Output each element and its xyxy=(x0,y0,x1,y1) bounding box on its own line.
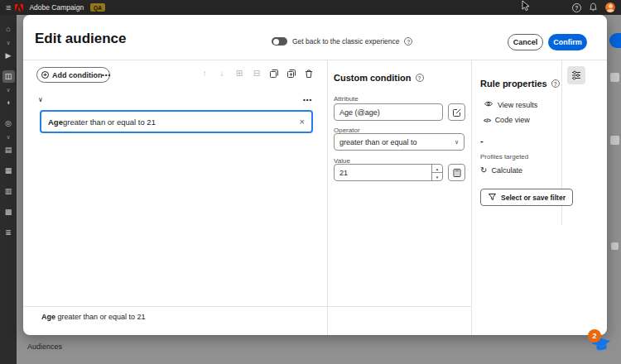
chevron-down-icon[interactable]: ∨ xyxy=(2,40,15,46)
topbar-actions: ? xyxy=(572,0,615,15)
notification-count-badge[interactable]: 2 xyxy=(588,329,601,342)
help-icon[interactable]: ? xyxy=(572,3,581,12)
deliveries-icon[interactable]: ▶ xyxy=(2,50,15,62)
add-condition-button[interactable]: + Add condition xyxy=(36,67,110,83)
plus-icon: + xyxy=(41,71,49,79)
operator-selected-value: greater than or equal to xyxy=(339,138,417,146)
rule-properties-heading: Rule properties ? xyxy=(480,79,560,89)
calculate-button[interactable]: ↻ Calculate xyxy=(480,166,522,175)
custom-condition-heading: Custom condition ? xyxy=(334,73,424,83)
stepper-up-icon[interactable]: ▴ xyxy=(432,165,442,173)
lists-icon[interactable]: ▤ xyxy=(2,144,15,156)
background-page-icon xyxy=(611,242,619,250)
background-create-button-fragment xyxy=(609,33,621,48)
ungroup-condition-icon[interactable]: ⊟ xyxy=(251,68,262,79)
attribute-input[interactable] xyxy=(334,103,443,121)
panel-divider xyxy=(471,60,472,335)
info-icon[interactable]: ? xyxy=(404,37,412,46)
hamburger-menu-icon[interactable]: ≡ xyxy=(6,3,11,12)
notifications-bell-icon[interactable] xyxy=(589,0,598,15)
expression-editor-button[interactable] xyxy=(448,164,465,181)
move-down-icon[interactable]: ↓ xyxy=(216,68,228,79)
rule-summary-text: Age greater than or equal to 21 xyxy=(41,313,146,321)
info-icon[interactable]: ? xyxy=(551,79,560,88)
select-or-save-filter-button[interactable]: Select or save filter xyxy=(480,189,573,206)
code-view-button[interactable]: </> Code view xyxy=(484,116,530,124)
summary-divider xyxy=(23,306,471,307)
value-stepper: ▴ ▾ xyxy=(431,165,442,180)
chevron-down-icon: ∨ xyxy=(455,139,459,146)
condition-toolbar: ↑ ↓ ⊞ ⊟ xyxy=(199,68,315,79)
condition-expression-field[interactable]: Age greater than or equal to 21 × xyxy=(40,110,313,133)
classic-experience-toggle-label: Get back to the classic experience xyxy=(292,37,399,46)
condition-more-actions-button[interactable]: ••• xyxy=(303,96,312,103)
chevron-down-icon[interactable]: ∨ xyxy=(2,134,15,140)
reports-icon[interactable]: ▥ xyxy=(2,185,15,198)
clear-condition-icon[interactable]: × xyxy=(300,117,305,127)
rule-properties-panel-toggle[interactable] xyxy=(567,66,585,84)
view-results-button[interactable]: View results xyxy=(484,99,537,110)
environment-badge: QA xyxy=(90,3,105,12)
group-condition-icon[interactable]: ⊞ xyxy=(233,68,245,79)
condition-expression-text: greater than or equal to 21 xyxy=(63,117,156,127)
screen: ≡ Adobe Campaign QA ? ⌂ ∨ ▶ ◫ ∨ ◖ ◎ ∨ ▤ … xyxy=(0,0,621,364)
eye-icon xyxy=(484,99,493,110)
chevron-down-icon[interactable]: ∨ xyxy=(2,87,15,93)
classic-experience-toggle-group: Get back to the classic experience ? xyxy=(272,37,412,46)
panel-divider xyxy=(327,60,328,335)
cancel-button[interactable]: Cancel xyxy=(508,34,543,50)
duplicate-icon[interactable] xyxy=(286,68,297,79)
app-title: Adobe Campaign xyxy=(29,3,84,12)
admin-icon[interactable]: ≣ xyxy=(2,227,15,239)
operator-select[interactable]: greater than or equal to ∨ xyxy=(334,133,465,151)
value-input[interactable]: 21 xyxy=(335,165,431,180)
attribute-label: Attribute xyxy=(334,95,359,103)
code-icon: </> xyxy=(484,117,491,123)
condition-field-name: Age xyxy=(48,117,63,127)
edit-audience-modal: Edit audience Get back to the classic ex… xyxy=(23,15,607,335)
move-up-icon[interactable]: ↑ xyxy=(199,68,210,79)
filter-funnel-icon xyxy=(488,193,497,203)
background-page-icon xyxy=(610,73,619,82)
builder-more-actions-button[interactable]: ••• xyxy=(102,71,111,79)
stepper-down-icon[interactable]: ▾ xyxy=(432,173,442,180)
left-nav-sidebar: ⌂ ∨ ▶ ◫ ∨ ◖ ◎ ∨ ▤ ▦ ▥ ▩ ≣ xyxy=(0,15,17,364)
home-icon[interactable]: ⌂ xyxy=(2,23,15,36)
profiles-targeted-label: Profiles targeted xyxy=(480,153,528,160)
value-number-field[interactable]: 21 ▴ ▾ xyxy=(334,164,443,181)
content-icon[interactable]: ▦ xyxy=(2,165,15,177)
explorer-icon[interactable]: ◎ xyxy=(2,117,15,130)
user-avatar[interactable] xyxy=(605,2,615,12)
add-condition-label: Add condition xyxy=(52,71,103,79)
classic-experience-toggle[interactable] xyxy=(272,37,287,46)
profiles-count-value: - xyxy=(480,136,484,146)
condition-collapse-chevron-icon[interactable]: ∨ xyxy=(38,96,43,103)
sidebar-item-audiences[interactable]: ◫ xyxy=(2,70,15,83)
delete-icon[interactable] xyxy=(303,68,315,79)
top-bar: ≡ Adobe Campaign QA ? xyxy=(0,0,621,15)
page-title: Edit audience xyxy=(35,31,127,47)
background-page-title: Audiences xyxy=(27,342,62,351)
refresh-icon: ↻ xyxy=(480,166,487,175)
adobe-logo-icon xyxy=(15,0,23,15)
info-icon[interactable]: ? xyxy=(416,74,424,82)
attribute-picker-button[interactable] xyxy=(448,103,465,121)
messages-icon[interactable]: ◖ xyxy=(2,97,15,109)
confirm-button[interactable]: Confirm xyxy=(548,34,587,50)
header-divider xyxy=(23,60,607,60)
apps-grid-icon[interactable]: ▩ xyxy=(2,206,15,218)
background-page-icon xyxy=(610,136,619,145)
copy-icon[interactable] xyxy=(268,68,280,79)
